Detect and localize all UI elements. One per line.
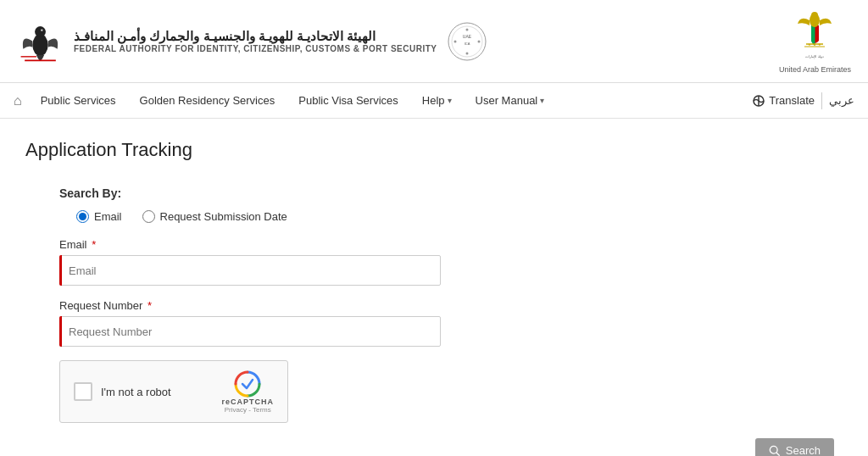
uae-label-text: United Arab Emirates	[779, 65, 851, 74]
search-by-radio-group: Email Request Submission Date	[59, 210, 843, 223]
svg-text:★: ★	[808, 42, 811, 47]
brand-text: الهيئة الاتحاديـة للهويـة والجنسيـة والج…	[74, 29, 437, 53]
tracking-form: Search By: Email Request Submission Date…	[25, 186, 843, 456]
translate-label: Translate	[769, 94, 815, 107]
search-button[interactable]: Search	[755, 438, 834, 456]
brand-emblem-icon: UAE ICA	[447, 21, 487, 62]
svg-text:★: ★	[818, 42, 821, 47]
svg-point-14	[811, 12, 818, 19]
page-header: الهيئة الاتحاديـة للهويـة والجنسيـة والج…	[0, 0, 868, 83]
home-icon[interactable]: ⌂	[14, 93, 22, 108]
user-manual-dropdown-arrow: ▾	[540, 96, 544, 105]
request-number-field-label: Request Number *	[59, 299, 843, 312]
svg-text:دولة الإمارات: دولة الإمارات	[805, 54, 823, 59]
nav-item-public-visa[interactable]: Public Visa Services	[287, 83, 410, 119]
request-number-field-group: Request Number *	[59, 299, 843, 347]
page-content: Application Tracking Search By: Email Re…	[0, 119, 868, 456]
request-number-required-mark: *	[144, 299, 152, 312]
captcha-label: I'm not a robot	[101, 386, 171, 398]
request-number-border-accent	[59, 316, 62, 347]
page-title: Application Tracking	[25, 139, 843, 161]
nav-right-actions: Translate عربي	[752, 92, 854, 109]
translate-icon	[752, 94, 765, 108]
email-border-accent	[59, 255, 62, 286]
search-by-label: Search By:	[59, 186, 843, 200]
svg-line-24	[776, 453, 779, 455]
main-navbar: ⌂ Public Services Golden Residency Servi…	[0, 83, 868, 119]
nav-item-user-manual[interactable]: User Manual ▾	[464, 83, 557, 119]
svg-point-0	[32, 34, 47, 56]
nav-item-help[interactable]: Help ▾	[410, 83, 464, 119]
header-left: الهيئة الاتحاديـة للهويـة والجنسيـة والج…	[17, 18, 487, 64]
radio-option-date[interactable]: Request Submission Date	[142, 210, 287, 223]
email-input[interactable]	[59, 255, 441, 286]
svg-point-2	[41, 29, 43, 31]
translate-button[interactable]: Translate	[752, 94, 815, 108]
uae-emblem-icon: ★ ★ ★ دولة الإمارات	[787, 8, 843, 64]
captcha-checkbox[interactable]	[74, 382, 92, 401]
nav-divider	[821, 92, 822, 109]
radio-email-label: Email	[94, 210, 122, 223]
email-input-wrapper	[59, 255, 441, 286]
radio-option-email[interactable]: Email	[76, 210, 122, 223]
captcha-box[interactable]: I'm not a robot reCAPTCHA Privacy - Term…	[59, 360, 288, 423]
svg-point-12	[454, 40, 457, 42]
request-number-input-wrapper	[59, 316, 441, 347]
svg-point-9	[466, 28, 469, 31]
email-required-mark: *	[89, 238, 97, 251]
help-dropdown-arrow: ▾	[448, 96, 452, 105]
brand-logo-icon	[17, 18, 64, 64]
brand-name-english: FEDERAL AUTHORITY FOR IDENTITY, CITIZENS…	[74, 44, 437, 53]
uae-emblem-container: ★ ★ ★ دولة الإمارات United Arab Emirates	[779, 8, 851, 74]
recaptcha-logo-icon	[234, 370, 261, 398]
recaptcha-links: Privacy - Terms	[225, 406, 271, 414]
search-icon	[769, 445, 781, 457]
svg-point-10	[478, 40, 481, 42]
search-button-label: Search	[786, 444, 821, 456]
captcha-left: I'm not a robot	[74, 382, 171, 401]
email-field-label: Email *	[59, 238, 843, 251]
svg-point-1	[35, 26, 46, 37]
radio-date[interactable]	[142, 210, 155, 223]
search-button-row: Search	[59, 438, 843, 456]
radio-email[interactable]	[76, 210, 89, 223]
captcha-right: reCAPTCHA Privacy - Terms	[221, 370, 274, 414]
brand-name-arabic: الهيئة الاتحاديـة للهويـة والجنسيـة والج…	[74, 29, 376, 44]
svg-text:UAE: UAE	[463, 34, 472, 39]
request-number-input[interactable]	[59, 316, 441, 347]
nav-item-public-services[interactable]: Public Services	[29, 83, 128, 119]
svg-point-11	[466, 52, 469, 54]
email-field-group: Email *	[59, 238, 843, 286]
svg-text:★: ★	[813, 42, 816, 47]
radio-date-label: Request Submission Date	[160, 210, 287, 223]
nav-items-list: Public Services Golden Residency Service…	[29, 83, 753, 119]
arabic-button[interactable]: عربي	[829, 94, 854, 107]
nav-item-golden-residency[interactable]: Golden Residency Services	[128, 83, 287, 119]
svg-text:ICA: ICA	[465, 42, 470, 46]
recaptcha-brand-label: reCAPTCHA	[221, 398, 274, 406]
